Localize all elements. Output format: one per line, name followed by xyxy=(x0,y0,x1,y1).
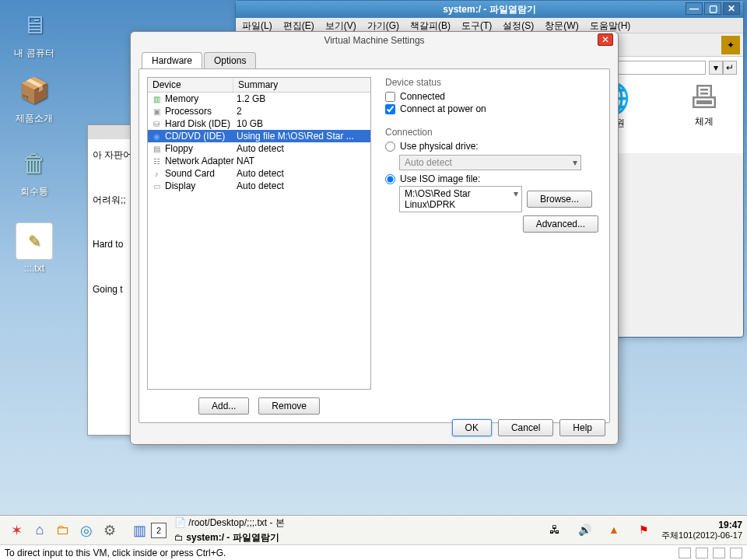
advanced-button[interactable]: Advanced... xyxy=(523,215,598,233)
device-name: Memory xyxy=(165,93,237,104)
home-icon[interactable]: ⌂ xyxy=(30,520,50,541)
status-icon-3 xyxy=(713,548,725,558)
physical-drive-radio-row[interactable]: Use physical drive: xyxy=(385,141,598,152)
alert-tray-icon[interactable]: ▲ xyxy=(604,520,624,540)
desktop-icon-label: :::.txt xyxy=(6,263,62,274)
poweron-checkbox-row[interactable]: Connect at power on xyxy=(385,103,598,114)
menu-window[interactable]: 창문(W) xyxy=(545,19,578,31)
taskbar-window-filemanager[interactable]: 🗀 system:/ - 파일열람기 xyxy=(174,531,285,544)
network-tray-icon[interactable]: 🖧 xyxy=(545,520,565,540)
desktop-icon-computer[interactable]: 🖥 내 콤퓨터 xyxy=(6,6,62,60)
browser-icon[interactable]: ◎ xyxy=(76,520,96,541)
menu-go[interactable]: 가기(G) xyxy=(367,19,399,31)
box-icon: 📦 xyxy=(16,72,53,109)
cancel-button[interactable]: Cancel xyxy=(498,419,553,436)
iso-radio-row[interactable]: Use ISO image file: xyxy=(385,173,598,184)
desktop-icon-label: 회수통 xyxy=(6,185,62,198)
help-button[interactable]: Help xyxy=(559,419,605,436)
device-summary: 10 GB xyxy=(237,118,263,129)
device-row-floppy[interactable]: ▤FloppyAuto detect xyxy=(148,142,370,155)
status-icon-2 xyxy=(696,548,708,558)
close-icon[interactable]: ✕ xyxy=(598,33,613,46)
device-row-cd-dvd-ide-[interactable]: ◉CD/DVD (IDE)Using file M:\OS\Red Star .… xyxy=(148,130,370,142)
file-manager-title: system:/ - 파일열람기 xyxy=(443,4,535,15)
device-list[interactable]: Device Summary ▥Memory1.2 GB▣Processors2… xyxy=(147,77,371,390)
device-row-network-adapter[interactable]: ☷Network AdapterNAT xyxy=(148,155,370,167)
col-summary[interactable]: Summary xyxy=(233,78,282,92)
device-row-hard-disk-ide-[interactable]: ⛁Hard Disk (IDE)10 GB xyxy=(148,117,370,130)
clock[interactable]: 19:47 주체101(2012)-06-17 xyxy=(661,520,742,541)
poweron-checkbox[interactable] xyxy=(385,104,395,114)
file-manager-titlebar[interactable]: system:/ - 파일열람기 — ▢ ✕ xyxy=(236,1,743,18)
device-icon: ⛁ xyxy=(151,118,162,129)
menu-help[interactable]: 도움말(H) xyxy=(590,19,631,31)
show-desktop-icon[interactable]: ▥ xyxy=(129,520,149,541)
physical-drive-select: Auto detect xyxy=(399,155,581,170)
remove-button[interactable]: Remove xyxy=(258,397,320,415)
vm-settings-dialog: Virtual Machine Settings ✕ Hardware Opti… xyxy=(130,31,619,445)
ok-button[interactable]: OK xyxy=(452,419,492,436)
device-row-sound-card[interactable]: ♪Sound CardAuto detect xyxy=(148,167,370,180)
device-icon: ▥ xyxy=(151,93,162,104)
throbber-icon: ✦ xyxy=(721,36,740,54)
device-summary: Using file M:\OS\Red Star ... xyxy=(237,131,354,142)
desktop-icon-textfile[interactable]: ✎ :::.txt xyxy=(6,222,62,274)
tab-options[interactable]: Options xyxy=(204,52,256,68)
fm-item-system[interactable]: 🖶 체계 xyxy=(673,80,735,130)
textfile-icon: ✎ xyxy=(16,222,53,260)
connected-checkbox[interactable] xyxy=(385,92,395,102)
device-summary: Auto detect xyxy=(237,143,284,154)
settings-icon[interactable]: ⚙ xyxy=(100,520,120,541)
tab-hardware[interactable]: Hardware xyxy=(142,52,202,68)
device-icon: ◉ xyxy=(151,131,162,142)
physical-drive-radio[interactable] xyxy=(385,142,395,152)
device-row-display[interactable]: ▭DisplayAuto detect xyxy=(148,180,370,192)
menu-bookmarks[interactable]: 책갈피(B) xyxy=(410,19,451,31)
poweron-label: Connect at power on xyxy=(400,103,486,114)
dialog-title: Virtual Machine Settings xyxy=(324,35,424,46)
add-button[interactable]: Add... xyxy=(198,397,249,415)
menu-settings[interactable]: 설정(S) xyxy=(503,19,534,31)
device-row-processors[interactable]: ▣Processors2 xyxy=(148,105,370,117)
device-name: Processors xyxy=(165,106,237,117)
device-summary: Auto detect xyxy=(237,180,284,191)
desktop-icon-products[interactable]: 📦 제품소개 xyxy=(6,72,62,125)
status-icon-1 xyxy=(679,548,691,558)
iso-radio[interactable] xyxy=(385,174,395,184)
menu-file[interactable]: 파일(L) xyxy=(242,19,272,31)
iso-path-select[interactable]: M:\OS\Red Star Linux\DPRK xyxy=(399,186,522,212)
status-icon-4 xyxy=(730,548,742,558)
desktop-icon-label: 제품소개 xyxy=(6,112,62,125)
taskbar[interactable]: ✶ ⌂ 🗀 ◎ ⚙ ▥ 2 📄 /root/Desktop/;;;.txt - … xyxy=(0,515,747,544)
browse-button[interactable]: Browse... xyxy=(527,191,592,208)
vm-statusbar: To direct input to this VM, click inside… xyxy=(0,544,747,560)
folder-icon[interactable]: 🗀 xyxy=(53,520,73,541)
device-name: Hard Disk (IDE) xyxy=(165,118,237,129)
printer-icon: 🖶 xyxy=(673,80,735,115)
address-go[interactable]: ↵ xyxy=(723,61,737,75)
menu-view[interactable]: 보기(V) xyxy=(325,19,356,31)
maximize-button[interactable]: ▢ xyxy=(704,2,721,15)
workspace-indicator[interactable]: 2 xyxy=(151,523,167,538)
taskbar-window-text[interactable]: 📄 /root/Desktop/;;;.txt - 본 xyxy=(174,516,285,530)
desktop-icon-label: 내 콤퓨터 xyxy=(6,47,62,60)
dialog-titlebar[interactable]: Virtual Machine Settings ✕ xyxy=(131,32,618,49)
sound-tray-icon[interactable]: 🔊 xyxy=(574,520,594,540)
start-icon[interactable]: ✶ xyxy=(6,520,26,541)
trash-icon: 🗑 xyxy=(16,145,53,182)
device-summary: 1.2 GB xyxy=(237,93,265,104)
menu-tools[interactable]: 도구(T) xyxy=(461,19,492,31)
minimize-button[interactable]: — xyxy=(686,2,703,15)
col-device[interactable]: Device xyxy=(148,78,233,92)
flag-tray-icon[interactable]: ⚑ xyxy=(633,520,654,540)
physical-drive-label: Use physical drive: xyxy=(400,141,479,152)
close-button[interactable]: ✕ xyxy=(723,2,740,15)
device-icon: ▣ xyxy=(151,106,162,117)
address-dropdown[interactable]: ▾ xyxy=(709,61,723,75)
device-row-memory[interactable]: ▥Memory1.2 GB xyxy=(148,93,370,105)
device-summary: Auto detect xyxy=(237,168,284,179)
connected-checkbox-row[interactable]: Connected xyxy=(385,91,598,102)
menu-edit[interactable]: 편집(E) xyxy=(283,19,314,31)
desktop-icon-trash[interactable]: 🗑 회수통 xyxy=(6,145,62,198)
device-icon: ♪ xyxy=(151,168,162,179)
